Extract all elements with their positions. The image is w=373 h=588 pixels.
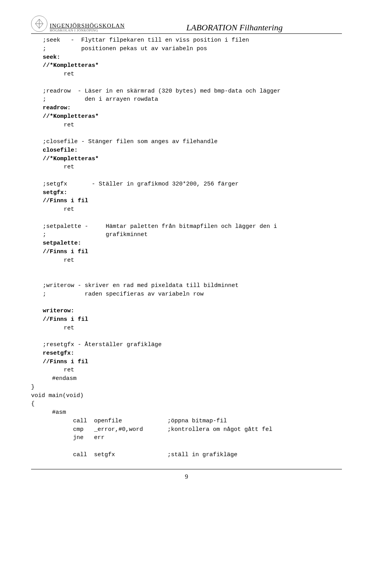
code-line: ; den i arrayen rowdata bbox=[43, 96, 158, 103]
code-line: ;resetgfx - Återställer grafikläge bbox=[43, 341, 162, 348]
footer-rule bbox=[31, 469, 342, 469]
school-text-block: INGENJÖRSHÖGSKOLAN HÖGSKOLAN I JÖNKÖPING bbox=[50, 23, 125, 33]
code-asm: #asm bbox=[52, 409, 66, 416]
code-line: ; grafikminnet bbox=[43, 231, 148, 238]
code-ret: ret bbox=[64, 206, 74, 213]
code-label-resetgfx: resetgfx: bbox=[43, 350, 74, 357]
code-line: ;setpalette - Hämtar paletten från bitma… bbox=[43, 223, 277, 230]
code-kompletteras: //*Kompletteras* bbox=[43, 62, 99, 69]
code-line: ;seek - Flyttar filpekaren till en viss … bbox=[43, 37, 249, 44]
code-jne-err: jne err bbox=[73, 434, 105, 441]
code-ret: ret bbox=[64, 71, 74, 77]
school-name: INGENJÖRSHÖGSKOLAN bbox=[50, 23, 125, 29]
code-kompletteras: //*Kompletteras* bbox=[43, 113, 99, 120]
code-block-outer: #endasm } void main(void) { #asm call op… bbox=[31, 374, 342, 459]
code-line: ;closefile - Stänger filen som anges av … bbox=[43, 138, 218, 145]
code-brace-open: { bbox=[31, 401, 35, 407]
code-ret: ret bbox=[64, 164, 74, 170]
code-finns: //Finns i fil bbox=[43, 248, 88, 255]
code-finns: //Finns i fil bbox=[43, 359, 88, 365]
code-line: ; raden specifieras av variabeln row bbox=[43, 291, 204, 298]
code-finns: //Finns i fil bbox=[43, 198, 88, 204]
code-line: ;setgfx - Ställer in grafikmod 320*200, … bbox=[43, 181, 239, 187]
code-label-seek: seek: bbox=[43, 54, 60, 61]
code-line: ;writerow - skriver en rad med pixeldata… bbox=[43, 282, 239, 289]
code-label-writerow: writerow: bbox=[43, 308, 74, 314]
code-label-readrow: readrow: bbox=[43, 105, 71, 111]
code-brace-close: } bbox=[31, 384, 35, 390]
code-label-closefile: closefile: bbox=[43, 147, 78, 154]
code-call-openfile: call openfile ;öppna bitmap-fil bbox=[73, 418, 227, 424]
code-block: ;seek - Flyttar filpekaren till en viss … bbox=[43, 36, 342, 374]
code-label-setpalette: setpalette: bbox=[43, 240, 81, 247]
code-call-setgfx: call setgfx ;ställ in grafikläge bbox=[73, 452, 237, 458]
document-title: LABORATION Filhantering bbox=[127, 23, 342, 33]
school-subtitle: HÖGSKOLAN I JÖNKÖPING bbox=[50, 29, 125, 33]
page-number: 9 bbox=[31, 473, 342, 480]
code-finns: //Finns i fil bbox=[43, 316, 88, 323]
code-ret: ret bbox=[64, 325, 74, 331]
code-endasm: #endasm bbox=[52, 375, 77, 382]
code-cmp-error: cmp _error,#0,word ;kontrollera om något… bbox=[73, 426, 272, 433]
header-rule bbox=[31, 33, 342, 34]
code-void-main: void main(void) bbox=[31, 392, 84, 399]
code-ret: ret bbox=[64, 122, 74, 128]
code-line: ; positionen pekas ut av variabeln pos bbox=[43, 46, 207, 52]
code-label-setgfx: setgfx: bbox=[43, 189, 67, 196]
code-line: ;readrow - Läser in en skärmrad (320 byt… bbox=[43, 88, 281, 94]
code-kompletteras: //*Kompletteras* bbox=[43, 156, 99, 162]
code-ret: ret bbox=[64, 257, 74, 264]
page: INGENJÖRSHÖGSKOLAN HÖGSKOLAN I JÖNKÖPING… bbox=[0, 0, 373, 496]
code-ret: ret bbox=[64, 367, 74, 373]
page-header: INGENJÖRSHÖGSKOLAN HÖGSKOLAN I JÖNKÖPING… bbox=[31, 16, 342, 33]
school-logo-icon bbox=[31, 16, 47, 32]
